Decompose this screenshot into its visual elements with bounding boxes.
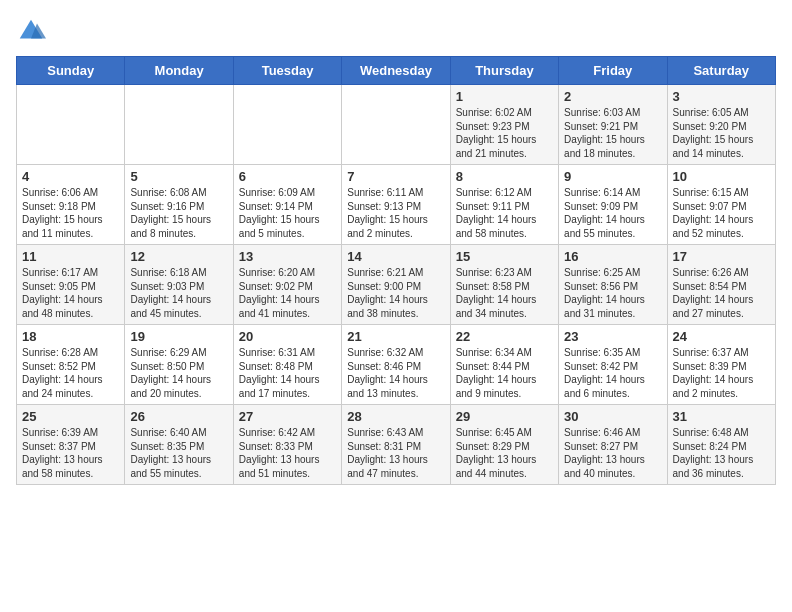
day-number: 15 (456, 249, 553, 264)
calendar-day-cell: 5Sunrise: 6:08 AM Sunset: 9:16 PM Daylig… (125, 165, 233, 245)
day-number: 21 (347, 329, 444, 344)
day-info: Sunrise: 6:18 AM Sunset: 9:03 PM Dayligh… (130, 266, 227, 320)
day-info: Sunrise: 6:12 AM Sunset: 9:11 PM Dayligh… (456, 186, 553, 240)
calendar-day-cell: 16Sunrise: 6:25 AM Sunset: 8:56 PM Dayli… (559, 245, 667, 325)
day-info: Sunrise: 6:25 AM Sunset: 8:56 PM Dayligh… (564, 266, 661, 320)
day-info: Sunrise: 6:15 AM Sunset: 9:07 PM Dayligh… (673, 186, 770, 240)
calendar-day-cell: 31Sunrise: 6:48 AM Sunset: 8:24 PM Dayli… (667, 405, 775, 485)
logo (16, 16, 50, 46)
calendar-table: SundayMondayTuesdayWednesdayThursdayFrid… (16, 56, 776, 485)
day-info: Sunrise: 6:48 AM Sunset: 8:24 PM Dayligh… (673, 426, 770, 480)
day-info: Sunrise: 6:28 AM Sunset: 8:52 PM Dayligh… (22, 346, 119, 400)
day-number: 18 (22, 329, 119, 344)
calendar-day-cell: 11Sunrise: 6:17 AM Sunset: 9:05 PM Dayli… (17, 245, 125, 325)
weekday-header: Sunday (17, 57, 125, 85)
day-info: Sunrise: 6:09 AM Sunset: 9:14 PM Dayligh… (239, 186, 336, 240)
day-info: Sunrise: 6:14 AM Sunset: 9:09 PM Dayligh… (564, 186, 661, 240)
day-info: Sunrise: 6:02 AM Sunset: 9:23 PM Dayligh… (456, 106, 553, 160)
day-number: 20 (239, 329, 336, 344)
calendar-week-row: 1Sunrise: 6:02 AM Sunset: 9:23 PM Daylig… (17, 85, 776, 165)
day-info: Sunrise: 6:42 AM Sunset: 8:33 PM Dayligh… (239, 426, 336, 480)
day-info: Sunrise: 6:29 AM Sunset: 8:50 PM Dayligh… (130, 346, 227, 400)
weekday-header: Thursday (450, 57, 558, 85)
calendar-day-cell: 2Sunrise: 6:03 AM Sunset: 9:21 PM Daylig… (559, 85, 667, 165)
calendar-day-cell: 25Sunrise: 6:39 AM Sunset: 8:37 PM Dayli… (17, 405, 125, 485)
calendar-day-cell: 30Sunrise: 6:46 AM Sunset: 8:27 PM Dayli… (559, 405, 667, 485)
calendar-day-cell: 6Sunrise: 6:09 AM Sunset: 9:14 PM Daylig… (233, 165, 341, 245)
calendar-week-row: 25Sunrise: 6:39 AM Sunset: 8:37 PM Dayli… (17, 405, 776, 485)
day-info: Sunrise: 6:05 AM Sunset: 9:20 PM Dayligh… (673, 106, 770, 160)
calendar-day-cell: 22Sunrise: 6:34 AM Sunset: 8:44 PM Dayli… (450, 325, 558, 405)
day-number: 5 (130, 169, 227, 184)
weekday-header-row: SundayMondayTuesdayWednesdayThursdayFrid… (17, 57, 776, 85)
calendar-day-cell: 20Sunrise: 6:31 AM Sunset: 8:48 PM Dayli… (233, 325, 341, 405)
day-info: Sunrise: 6:08 AM Sunset: 9:16 PM Dayligh… (130, 186, 227, 240)
weekday-header: Friday (559, 57, 667, 85)
calendar-day-cell: 1Sunrise: 6:02 AM Sunset: 9:23 PM Daylig… (450, 85, 558, 165)
calendar-day-cell (125, 85, 233, 165)
calendar-day-cell: 28Sunrise: 6:43 AM Sunset: 8:31 PM Dayli… (342, 405, 450, 485)
day-number: 25 (22, 409, 119, 424)
day-info: Sunrise: 6:23 AM Sunset: 8:58 PM Dayligh… (456, 266, 553, 320)
calendar-day-cell: 10Sunrise: 6:15 AM Sunset: 9:07 PM Dayli… (667, 165, 775, 245)
calendar-day-cell: 27Sunrise: 6:42 AM Sunset: 8:33 PM Dayli… (233, 405, 341, 485)
day-number: 8 (456, 169, 553, 184)
day-number: 19 (130, 329, 227, 344)
calendar-day-cell (233, 85, 341, 165)
calendar-day-cell: 17Sunrise: 6:26 AM Sunset: 8:54 PM Dayli… (667, 245, 775, 325)
day-number: 30 (564, 409, 661, 424)
day-number: 14 (347, 249, 444, 264)
day-number: 23 (564, 329, 661, 344)
day-number: 2 (564, 89, 661, 104)
calendar-day-cell: 9Sunrise: 6:14 AM Sunset: 9:09 PM Daylig… (559, 165, 667, 245)
calendar-day-cell: 4Sunrise: 6:06 AM Sunset: 9:18 PM Daylig… (17, 165, 125, 245)
calendar-day-cell: 15Sunrise: 6:23 AM Sunset: 8:58 PM Dayli… (450, 245, 558, 325)
weekday-header: Wednesday (342, 57, 450, 85)
day-number: 17 (673, 249, 770, 264)
day-info: Sunrise: 6:31 AM Sunset: 8:48 PM Dayligh… (239, 346, 336, 400)
day-number: 29 (456, 409, 553, 424)
calendar-day-cell: 14Sunrise: 6:21 AM Sunset: 9:00 PM Dayli… (342, 245, 450, 325)
day-number: 6 (239, 169, 336, 184)
day-info: Sunrise: 6:39 AM Sunset: 8:37 PM Dayligh… (22, 426, 119, 480)
day-number: 11 (22, 249, 119, 264)
calendar-day-cell: 13Sunrise: 6:20 AM Sunset: 9:02 PM Dayli… (233, 245, 341, 325)
calendar-day-cell: 29Sunrise: 6:45 AM Sunset: 8:29 PM Dayli… (450, 405, 558, 485)
page-header (16, 16, 776, 46)
day-number: 12 (130, 249, 227, 264)
day-info: Sunrise: 6:21 AM Sunset: 9:00 PM Dayligh… (347, 266, 444, 320)
calendar-week-row: 18Sunrise: 6:28 AM Sunset: 8:52 PM Dayli… (17, 325, 776, 405)
calendar-day-cell: 23Sunrise: 6:35 AM Sunset: 8:42 PM Dayli… (559, 325, 667, 405)
calendar-day-cell: 26Sunrise: 6:40 AM Sunset: 8:35 PM Dayli… (125, 405, 233, 485)
weekday-header: Monday (125, 57, 233, 85)
day-number: 26 (130, 409, 227, 424)
calendar-week-row: 11Sunrise: 6:17 AM Sunset: 9:05 PM Dayli… (17, 245, 776, 325)
day-info: Sunrise: 6:20 AM Sunset: 9:02 PM Dayligh… (239, 266, 336, 320)
day-number: 10 (673, 169, 770, 184)
day-number: 22 (456, 329, 553, 344)
calendar-week-row: 4Sunrise: 6:06 AM Sunset: 9:18 PM Daylig… (17, 165, 776, 245)
day-number: 9 (564, 169, 661, 184)
calendar-day-cell (342, 85, 450, 165)
calendar-day-cell: 8Sunrise: 6:12 AM Sunset: 9:11 PM Daylig… (450, 165, 558, 245)
logo-icon (16, 16, 46, 46)
day-info: Sunrise: 6:06 AM Sunset: 9:18 PM Dayligh… (22, 186, 119, 240)
calendar-day-cell: 19Sunrise: 6:29 AM Sunset: 8:50 PM Dayli… (125, 325, 233, 405)
day-info: Sunrise: 6:11 AM Sunset: 9:13 PM Dayligh… (347, 186, 444, 240)
day-number: 4 (22, 169, 119, 184)
calendar-day-cell: 12Sunrise: 6:18 AM Sunset: 9:03 PM Dayli… (125, 245, 233, 325)
day-info: Sunrise: 6:35 AM Sunset: 8:42 PM Dayligh… (564, 346, 661, 400)
day-number: 16 (564, 249, 661, 264)
day-info: Sunrise: 6:43 AM Sunset: 8:31 PM Dayligh… (347, 426, 444, 480)
day-info: Sunrise: 6:40 AM Sunset: 8:35 PM Dayligh… (130, 426, 227, 480)
calendar-day-cell: 3Sunrise: 6:05 AM Sunset: 9:20 PM Daylig… (667, 85, 775, 165)
day-info: Sunrise: 6:37 AM Sunset: 8:39 PM Dayligh… (673, 346, 770, 400)
calendar-day-cell: 21Sunrise: 6:32 AM Sunset: 8:46 PM Dayli… (342, 325, 450, 405)
day-info: Sunrise: 6:03 AM Sunset: 9:21 PM Dayligh… (564, 106, 661, 160)
day-info: Sunrise: 6:46 AM Sunset: 8:27 PM Dayligh… (564, 426, 661, 480)
day-number: 27 (239, 409, 336, 424)
day-info: Sunrise: 6:34 AM Sunset: 8:44 PM Dayligh… (456, 346, 553, 400)
calendar-day-cell (17, 85, 125, 165)
day-number: 28 (347, 409, 444, 424)
weekday-header: Saturday (667, 57, 775, 85)
